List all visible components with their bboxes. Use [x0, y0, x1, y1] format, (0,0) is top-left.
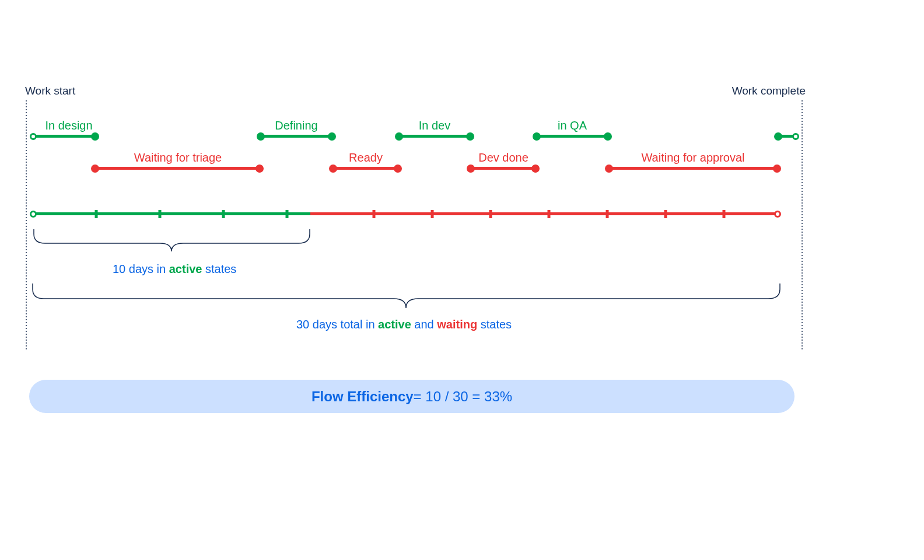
segment-waiting-approval [609, 167, 777, 170]
dot-icon [467, 164, 475, 173]
tick-icon [159, 210, 162, 218]
dot-icon [605, 164, 613, 173]
dot-icon [774, 132, 782, 141]
work-complete-label: Work complete [732, 85, 806, 97]
segment-label-ready: Ready [349, 151, 383, 164]
dot-icon [257, 132, 265, 141]
work-start-label: Work start [25, 85, 75, 97]
tick-icon [222, 210, 225, 218]
dot-icon [91, 164, 99, 173]
dot-icon [328, 132, 336, 141]
timeline-active [33, 212, 310, 215]
segment-waiting-triage [95, 167, 260, 170]
brace-text-active: active [169, 262, 202, 275]
brace-text: 10 days in [113, 262, 169, 275]
dot-icon [533, 132, 541, 141]
segment-label-dev-done: Dev done [478, 151, 528, 164]
segment-label-in-design: In design [45, 119, 92, 132]
dot-icon [329, 164, 337, 173]
timeline-waiting [310, 212, 778, 215]
segment-label-defining: Defining [275, 119, 317, 132]
segment-in-qa [537, 135, 608, 138]
segment-dev-done [471, 167, 536, 170]
result-equation: = 10 / 30 = 33% [414, 388, 512, 405]
brace-text-waiting: waiting [437, 318, 477, 331]
tick-icon [723, 210, 726, 218]
brace-text-active: active [378, 318, 411, 331]
dot-icon [773, 164, 781, 173]
dot-icon [256, 164, 264, 173]
tick-icon [606, 210, 609, 218]
open-dot-icon [30, 211, 37, 218]
open-dot-icon [792, 133, 799, 140]
segment-label-waiting-approval: Waiting for approval [641, 151, 744, 164]
brace-total [32, 284, 780, 309]
brace-text: states [202, 262, 236, 275]
tick-icon [489, 210, 492, 218]
segment-label-in-qa: in QA [558, 119, 587, 132]
segment-defining [261, 135, 332, 138]
tick-icon [664, 210, 667, 218]
brace-text: and [411, 318, 437, 331]
segment-label-in-dev: In dev [419, 119, 450, 132]
segment-label-waiting-triage: Waiting for triage [134, 151, 222, 164]
open-dot-icon [774, 211, 781, 218]
segment-in-dev [399, 135, 470, 138]
dot-icon [395, 132, 403, 141]
flow-efficiency-diagram: Work start Work complete In design Defin… [25, 88, 804, 350]
brace-total-label: 30 days total in active and waiting stat… [296, 318, 512, 331]
dot-icon [531, 164, 540, 173]
brace-active [33, 229, 310, 253]
brace-text: 30 days total in [296, 318, 378, 331]
tick-icon [431, 210, 434, 218]
tick-icon [373, 210, 376, 218]
tick-icon [286, 210, 289, 218]
flow-efficiency-result: Flow Efficiency = 10 / 30 = 33% [29, 380, 794, 413]
open-dot-icon [30, 133, 37, 140]
dot-icon [394, 164, 402, 173]
result-label: Flow Efficiency [312, 388, 414, 405]
dot-icon [604, 132, 612, 141]
boundary-lines [25, 100, 804, 351]
dot-icon [466, 132, 474, 141]
tick-icon [548, 210, 551, 218]
segment-ready [333, 167, 398, 170]
tick-icon [95, 210, 98, 218]
segment-in-design [32, 135, 95, 138]
brace-text: states [477, 318, 512, 331]
dot-icon [91, 132, 99, 141]
brace-active-label: 10 days in active states [113, 262, 236, 276]
